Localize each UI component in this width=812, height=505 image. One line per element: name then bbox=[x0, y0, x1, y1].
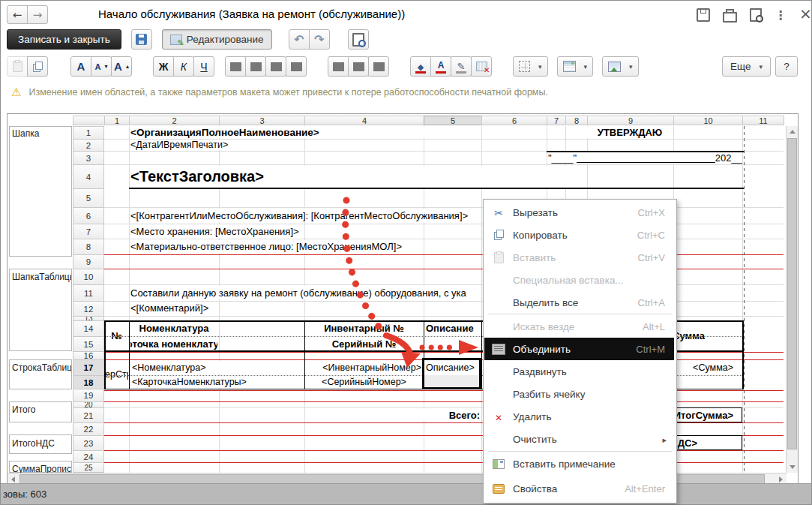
forward-button[interactable] bbox=[27, 5, 48, 24]
preview-icon[interactable] bbox=[750, 8, 762, 22]
cell-total-label[interactable]: Всего: bbox=[382, 409, 480, 421]
scroll-left-icon[interactable] bbox=[11, 476, 15, 482]
align-right-button[interactable] bbox=[265, 56, 286, 77]
scroll-right-icon[interactable] bbox=[779, 476, 783, 482]
row-header-6[interactable]: 6 bbox=[73, 207, 104, 224]
print-preview-button[interactable] bbox=[348, 29, 369, 50]
scroll-up-icon[interactable] bbox=[790, 130, 796, 134]
column-header-3[interactable]: 3 bbox=[219, 116, 305, 125]
column-header-5[interactable]: 5 bbox=[424, 116, 482, 125]
menu-item-cut[interactable]: ВырезатьCtrl+X bbox=[484, 201, 674, 224]
help-button[interactable]: ? bbox=[775, 56, 798, 77]
row-header-7[interactable]: 7 bbox=[73, 224, 104, 239]
back-button[interactable] bbox=[7, 5, 28, 24]
cell-counterparty[interactable]: <[КонтрагентИлиМестоОбслуживания]: [Конт… bbox=[130, 209, 468, 222]
menu-item-properties[interactable]: СвойстваAlt+Enter bbox=[484, 476, 674, 500]
print-icon[interactable] bbox=[723, 12, 737, 23]
header-cell-card[interactable]: Карточка номенклатуры bbox=[130, 338, 217, 350]
cell-card[interactable]: <КарточкаНоменклатуры> bbox=[132, 376, 259, 388]
bold-button[interactable]: Ж bbox=[153, 56, 174, 77]
row-header-17[interactable]: 17 bbox=[73, 359, 104, 376]
header-cell-inventory[interactable]: Инвентарный № bbox=[306, 322, 422, 335]
align-center-button[interactable] bbox=[245, 56, 266, 77]
undo-button[interactable] bbox=[289, 29, 310, 50]
align-left-button[interactable] bbox=[225, 56, 246, 77]
save-and-close-button[interactable]: Записать и закрыть bbox=[7, 29, 121, 50]
corner-header[interactable] bbox=[73, 116, 105, 125]
vertical-scroll-thumb[interactable] bbox=[787, 138, 797, 449]
row-header-3[interactable]: 3 bbox=[73, 151, 104, 165]
row-header-5[interactable]: 5 bbox=[73, 188, 104, 208]
row-header-1[interactable]: 1 bbox=[73, 126, 104, 140]
menu-item-copy[interactable]: КопироватьCtrl+C bbox=[484, 224, 674, 246]
cell-date-line[interactable]: "____" 202__ bbox=[548, 152, 742, 164]
column-header-10[interactable]: 10 bbox=[673, 116, 743, 125]
picture-dropdown[interactable] bbox=[602, 56, 639, 77]
row-header-11[interactable]: 11 bbox=[73, 284, 104, 302]
header-cell-serial[interactable]: Серийный № bbox=[306, 338, 422, 350]
fill-color-button[interactable] bbox=[410, 56, 431, 77]
redo-button[interactable] bbox=[309, 29, 330, 50]
menu-item-merge[interactable]: ОбъединитьCtrl+M bbox=[484, 338, 674, 360]
column-header-8[interactable]: 8 bbox=[565, 116, 588, 125]
spreadsheet[interactable]: <ОрганизацияПолноеНаименование> УТВЕРЖДА… bbox=[7, 113, 799, 485]
underline-button[interactable]: Ч bbox=[193, 56, 214, 77]
cell-inventory[interactable]: <ИнвентарныйНомер> bbox=[304, 361, 421, 374]
increase-font-button[interactable]: A▴ bbox=[111, 56, 132, 77]
borders-dropdown[interactable] bbox=[513, 56, 548, 77]
cell-doc-title[interactable]: <ТекстЗаголовка> bbox=[130, 166, 580, 188]
menu-item-expand[interactable]: Раздвинуть bbox=[484, 360, 674, 383]
row-header-4[interactable]: 4 bbox=[73, 164, 104, 189]
editing-toggle-button[interactable]: Редактирование bbox=[162, 29, 272, 50]
menu-item-insert-note[interactable]: Вставить примечание bbox=[484, 452, 674, 476]
cell-request-line[interactable]: Составили данную заявку на ремонт (обслу… bbox=[130, 286, 466, 299]
clear-format-button[interactable] bbox=[471, 56, 492, 77]
column-header-4[interactable]: 4 bbox=[304, 116, 424, 125]
column-header-7[interactable]: 7 bbox=[547, 116, 566, 125]
row-header-23[interactable]: 23 bbox=[73, 435, 104, 451]
copy-button[interactable] bbox=[27, 56, 48, 77]
save-icon[interactable] bbox=[697, 8, 710, 22]
row-header-22[interactable]: 22 bbox=[73, 422, 104, 436]
cell-datetime[interactable]: <ДатаИВремяПечати> bbox=[130, 140, 280, 150]
merge-dropdown[interactable] bbox=[557, 56, 594, 77]
row-header-8[interactable]: 8 bbox=[73, 239, 104, 255]
row-header-21[interactable]: 21 bbox=[73, 407, 104, 423]
cell-responsible[interactable]: <Материально-ответственное лицо: [МестоХ… bbox=[130, 240, 402, 253]
row-header-9[interactable]: 9 bbox=[73, 254, 104, 269]
close-icon[interactable] bbox=[799, 5, 812, 23]
header-cell-description[interactable]: Описание bbox=[426, 322, 478, 335]
section-label-itogo-nds[interactable]: ИтогоНДС bbox=[12, 438, 71, 449]
menu-item-split-cell[interactable]: Разбить ячейку bbox=[484, 383, 674, 405]
row-header-19[interactable]: 19 bbox=[73, 389, 104, 402]
italic-button[interactable]: К bbox=[173, 56, 194, 77]
valign-middle-button[interactable] bbox=[348, 56, 369, 77]
column-header-11[interactable]: 11 bbox=[742, 116, 784, 125]
align-justify-button[interactable] bbox=[286, 56, 307, 77]
menu-item-delete[interactable]: Удалить bbox=[484, 405, 674, 428]
row-header-12[interactable]: 12 bbox=[73, 301, 104, 317]
cell-serial[interactable]: <СерийныйНомер> bbox=[306, 376, 422, 388]
column-header-6[interactable]: 6 bbox=[481, 116, 547, 125]
save-button[interactable] bbox=[131, 29, 152, 50]
header-cell-nomenclature[interactable]: Номенклатура bbox=[130, 322, 217, 335]
cell-storage[interactable]: <Место хранения: [МестоХранения]> bbox=[130, 224, 299, 238]
valign-top-button[interactable] bbox=[328, 56, 349, 77]
section-label-shapka[interactable]: Шапка bbox=[12, 128, 71, 139]
decrease-font-button[interactable]: A▾ bbox=[91, 56, 112, 77]
row-header-18[interactable]: 18 bbox=[73, 375, 104, 389]
row-header-14[interactable]: 14 bbox=[73, 320, 104, 337]
kebab-icon[interactable] bbox=[775, 8, 787, 23]
cell-sum[interactable]: <Сумма> bbox=[667, 361, 733, 374]
row-header-2[interactable]: 2 bbox=[73, 139, 104, 152]
cell-line-number[interactable]: ерСтр bbox=[105, 361, 128, 387]
font-color-button[interactable]: A bbox=[430, 56, 451, 77]
row-header-25[interactable]: 25 bbox=[73, 462, 104, 473]
scroll-down-icon[interactable] bbox=[790, 465, 796, 469]
column-header-1[interactable]: 1 bbox=[104, 116, 130, 125]
section-label-shapka-tablicy[interactable]: ШапкаТаблицы bbox=[12, 272, 71, 282]
section-label-itogo[interactable]: Итого bbox=[12, 404, 71, 415]
more-button[interactable]: Еще bbox=[722, 56, 771, 77]
row-header-10[interactable]: 10 bbox=[73, 269, 104, 285]
menu-item-select-all[interactable]: Выделить всеCtrl+A bbox=[484, 291, 674, 314]
